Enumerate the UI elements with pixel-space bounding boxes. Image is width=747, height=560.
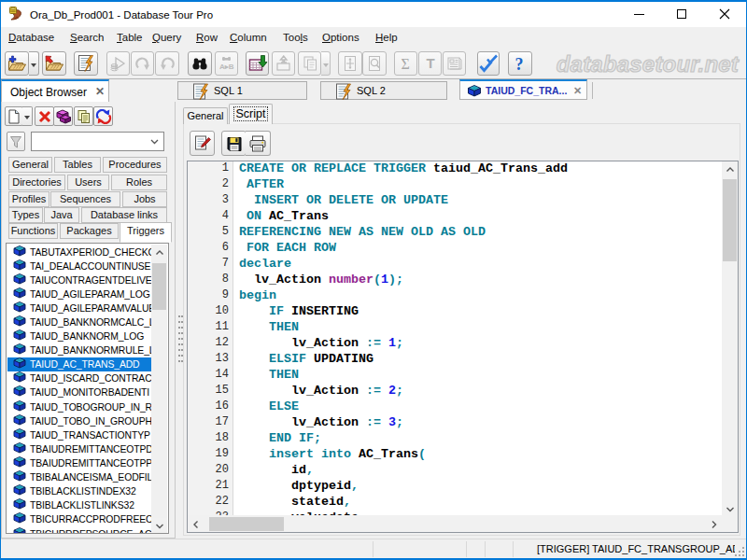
svg-text:?: ? [515,55,524,73]
svg-text:T: T [426,55,434,71]
svg-text:Σ: Σ [401,56,409,72]
svg-text:A▸B: A▸B [219,63,234,71]
